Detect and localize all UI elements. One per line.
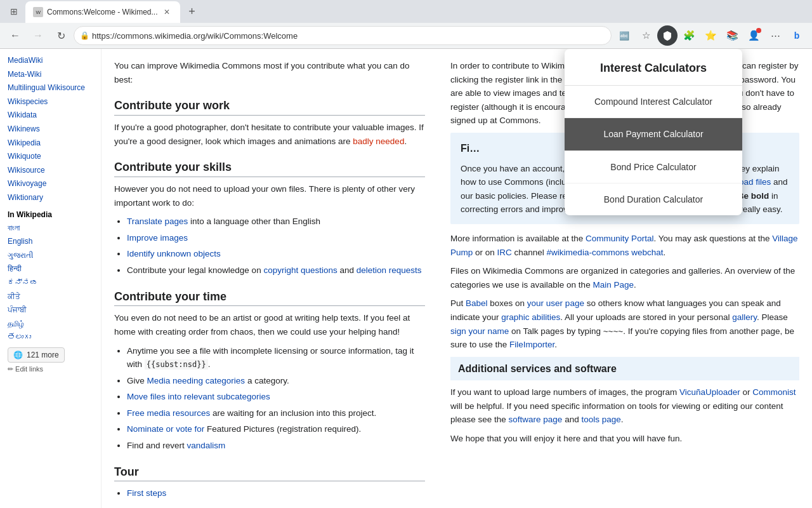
software-page-link[interactable]: software page <box>509 415 563 424</box>
sidebar-lang-kannada[interactable]: ಕನ್ನಡ <box>8 276 93 290</box>
collections-button[interactable]: 📚 <box>722 25 742 46</box>
babel-text: Put Babel boxes on your user page so oth… <box>450 297 799 351</box>
sidebar-link-wiktionary[interactable]: Wiktionary <box>8 191 93 205</box>
sidebar-link-wikivoyage[interactable]: Wikivoyage <box>8 177 93 191</box>
sidebar-link-wikispecies[interactable]: Wikispecies <box>8 95 93 109</box>
skills-list: Translate pages into a language other th… <box>114 215 425 277</box>
sidebar-lang-english[interactable]: English <box>8 235 93 249</box>
sidebar-lang-hindi[interactable]: हिन्दी <box>8 262 93 276</box>
commonist-link[interactable]: Commonist <box>752 387 796 397</box>
translate-icon: 🌐 <box>13 351 23 359</box>
edit-links-button[interactable]: ✏ Edit links <box>8 365 93 373</box>
dropdown-title: Interest Calculators <box>565 49 742 86</box>
dropdown-item-bond-price[interactable]: Bond Price Calculator <box>565 151 742 184</box>
forward-button[interactable]: → <box>28 25 48 46</box>
interest-calculators-dropdown: Interest Calculators Compound Interest C… <box>565 49 742 215</box>
translate-pages-link[interactable]: Translate pages <box>127 217 188 226</box>
add-services-text1: If you want to upload large numbers of i… <box>450 385 799 427</box>
browser-chrome: ⊞ W Commons:Welcome - Wikimed... ✕ + ← →… <box>0 0 812 49</box>
sidebar-lang-bangla[interactable]: বাংলা <box>8 222 93 236</box>
time-list-item-3: Move files into relevant subcategories <box>127 390 425 404</box>
dropdown-item-loan[interactable]: Loan Payment Calculator <box>565 118 742 150</box>
sign-name-link[interactable]: sign your name <box>450 326 509 336</box>
profile-button[interactable]: 👤 <box>743 25 764 46</box>
vicuna-link[interactable]: VicuñaUploader <box>679 387 740 397</box>
tab-favicon: W <box>33 7 43 17</box>
sidebar-link-wikipedia[interactable]: Wikipedia <box>8 137 93 150</box>
community-portal-link[interactable]: Community Portal <box>586 234 653 243</box>
article-p-photographer: If you're a good photographer, don't hes… <box>114 121 425 148</box>
user-page-link[interactable]: your user page <box>527 298 584 308</box>
lock-icon: 🔒 <box>80 31 89 40</box>
sidebar-link-wikinews[interactable]: Wikinews <box>8 123 93 137</box>
active-tab[interactable]: W Commons:Welcome - Wikimed... ✕ <box>25 1 180 23</box>
time-list: Anytime you see a file with incomplete l… <box>114 344 425 453</box>
article-p-skills-intro: However you do not need to upload your o… <box>114 182 425 210</box>
favorites-button[interactable]: ☆ <box>636 25 656 46</box>
free-media-link[interactable]: Free media resources <box>127 408 210 418</box>
shield-button[interactable] <box>657 25 678 46</box>
graphic-abilities-link[interactable]: graphic abilities <box>501 312 560 322</box>
page-layout: MediaWiki Meta-Wiki Multilingual Wikisou… <box>0 49 812 508</box>
sidebar-lang-tamil[interactable]: தமிழ் <box>8 318 93 331</box>
address-input[interactable] <box>74 26 612 45</box>
in-wikipedia-title: In Wikipedia <box>8 210 93 219</box>
sidebar-lang-odia[interactable]: ਕੀਤੇ <box>8 290 93 304</box>
sidebar-link-wikisource[interactable]: Wikisource <box>8 164 93 178</box>
copyright-link[interactable]: copyright questions <box>263 265 337 275</box>
tab-title: Commons:Welcome - Wikimed... <box>47 8 157 17</box>
sidebar-link-wikidata[interactable]: Wikidata <box>8 109 93 123</box>
files-text: Files on Wikimedia Commons are organized… <box>450 264 799 291</box>
read-aloud-button[interactable]: 🔤 <box>614 25 634 46</box>
tour-list-item-1: First steps <box>127 486 425 500</box>
more-info-text: More information is available at the Com… <box>450 232 799 259</box>
dropdown-item-bond-duration[interactable]: Bond Duration Calculator <box>565 184 742 215</box>
sidebar-link-metawiki[interactable]: Meta-Wiki <box>8 68 93 82</box>
webchat-link[interactable]: webchat <box>631 248 663 257</box>
skills-list-item-1: Translate pages into a language other th… <box>127 215 425 229</box>
sidebar-link-wikiquote[interactable]: Wikiquote <box>8 150 93 164</box>
main-page-link[interactable]: Main Page <box>593 280 634 290</box>
browser-extensions-button[interactable]: 🧩 <box>679 25 699 46</box>
reload-button[interactable]: ↻ <box>51 25 71 46</box>
sidebar-link-mediawiki[interactable]: MediaWiki <box>8 54 93 68</box>
additional-services-title: Additional services and software <box>450 357 799 381</box>
improve-images-link[interactable]: Improve images <box>127 233 188 243</box>
tab-grid-button[interactable]: ⊞ <box>5 3 23 20</box>
sidebar-link-multilingual[interactable]: Multilingual Wikisource <box>8 81 93 95</box>
bing-button[interactable]: b <box>787 25 807 46</box>
irc-link[interactable]: IRC <box>497 248 512 257</box>
badly-needed-link[interactable]: badly needed <box>353 137 404 146</box>
tools-page-link[interactable]: tools page <box>581 415 620 424</box>
media-categories-link[interactable]: Media needing categories <box>147 376 246 385</box>
section-tour: Tour <box>114 463 425 482</box>
sidebar-lang-telugu[interactable]: తెలుగు <box>8 331 93 345</box>
svg-text:🔤: 🔤 <box>619 30 630 41</box>
toolbar-icons: 🔤 ☆ 🧩 ⭐ 📚 👤 ⋯ b <box>614 25 807 46</box>
first-steps-link[interactable]: First steps <box>127 488 166 498</box>
right-pane: In order to contribute to Wikimedia Comm… <box>438 49 812 508</box>
address-bar: ← → ↻ 🔒 🔤 ☆ 🧩 ⭐ 📚 👤 ⋯ b <box>0 23 812 48</box>
sidebar-lang-punjabi[interactable]: ਪੰਜਾਬੀ <box>8 304 93 318</box>
article-intro: You can improve Wikimedia Commons most i… <box>114 59 425 86</box>
nominate-link[interactable]: Nominate or vote for <box>127 424 204 434</box>
favorites-bar-button[interactable]: ⭐ <box>700 25 721 46</box>
back-button[interactable]: ← <box>5 25 25 46</box>
dropdown-item-compound[interactable]: Compound Interest Calculator <box>565 86 742 118</box>
more-languages-button[interactable]: 🌐 121 more <box>8 347 65 363</box>
sidebar-lang-gujarati[interactable]: ગુજરાતી <box>8 249 93 263</box>
settings-more-button[interactable]: ⋯ <box>765 25 785 46</box>
move-files-link[interactable]: Move files into relevant subcategories <box>127 392 270 401</box>
vandalism-link[interactable]: vandalism <box>187 441 226 450</box>
deletion-link[interactable]: deletion requests <box>357 265 422 275</box>
wikimedia-commons-link[interactable]: #wikimedia-commons <box>547 248 629 257</box>
tab-bar: ⊞ W Commons:Welcome - Wikimed... ✕ + <box>0 0 812 23</box>
gallery-link[interactable]: gallery <box>732 312 757 322</box>
babel-link[interactable]: Babel <box>466 298 488 308</box>
tab-close-button[interactable]: ✕ <box>161 6 173 18</box>
add-services-text2: We hope that you will enjoy it here and … <box>450 432 799 446</box>
new-tab-button[interactable]: + <box>183 3 200 20</box>
fileimporter-link[interactable]: FileImporter <box>509 340 554 349</box>
identify-objects-link[interactable]: Identify unknown objects <box>127 249 221 258</box>
sidebar: MediaWiki Meta-Wiki Multilingual Wikisou… <box>0 49 102 508</box>
